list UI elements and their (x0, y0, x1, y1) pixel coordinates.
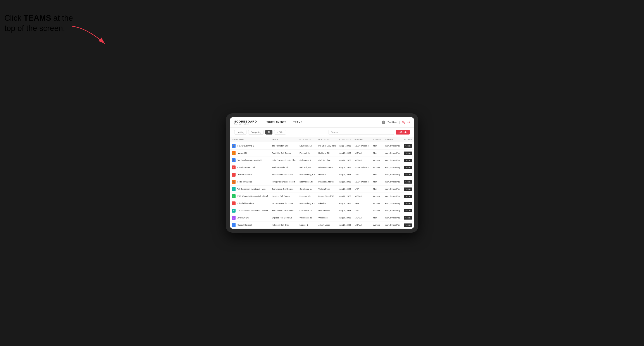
cell-actions-10: ✎ Edit (402, 214, 414, 221)
edit-button-4[interactable]: ✎ Edit (404, 173, 412, 176)
col-venue: VENUE (270, 137, 298, 142)
cell-scoring-3: team, Stroke Play (383, 164, 402, 171)
cell-city-11: Marion, IL (298, 221, 317, 229)
edit-button-3[interactable]: ✎ Edit (404, 166, 412, 169)
cell-division-0: NCAA Division III (353, 142, 371, 150)
cell-venue-8: StoneCrest Golf Course (270, 200, 298, 207)
cell-gender-5: Men (371, 178, 383, 185)
table-row: U upike fall invitational StoneCrest Gol… (230, 200, 414, 207)
event-name-text-3: Maverick Invitational (237, 166, 255, 169)
team-icon-1: ⛳ (232, 151, 236, 155)
all-tab[interactable]: All (265, 130, 272, 135)
cell-actions-7: ✎ Edit (402, 193, 414, 200)
cell-city-5: Deerwood, MN (298, 178, 317, 185)
cell-event-name-2: 🏌 Carl Sandburg Women FA23 (230, 157, 270, 164)
nav-teams[interactable]: TEAMS (290, 120, 306, 125)
signout-link[interactable]: Sign out (402, 121, 410, 124)
cell-city-9: Oskaloosa, IA (298, 207, 317, 214)
cell-venue-0: The Powelton Club (270, 142, 298, 150)
cell-division-9: NAIA (353, 207, 371, 214)
edit-button-11[interactable]: ✎ Edit (404, 223, 412, 227)
event-name-text-8: upike fall invitational (237, 202, 254, 204)
cell-gender-4: Men (371, 171, 383, 178)
cell-date-9: Aug 28, 2023 (338, 207, 353, 214)
cell-scoring-11: team, Stroke Play (383, 221, 402, 229)
cell-hosted-9: William Penn (317, 207, 338, 214)
event-name-text-9: Fall Statesmen Invitational - Women (237, 209, 268, 212)
cell-scoring-8: team, Stroke Play (383, 200, 402, 207)
edit-button-1[interactable]: ✎ Edit (404, 152, 412, 155)
filter-button[interactable]: ≡ Filter (274, 130, 286, 135)
team-icon-3: M (232, 166, 236, 170)
instruction-arrow (70, 24, 114, 50)
cell-date-10: Aug 28, 2023 (338, 214, 353, 221)
hosting-tab[interactable]: Hosting (234, 130, 246, 135)
cell-gender-9: Women (371, 207, 383, 214)
table-row: M Maverick Invitational Faribault Golf C… (230, 164, 414, 171)
cell-scoring-5: team, Stroke Play (383, 178, 402, 185)
cell-venue-4: StoneCrest Golf Course (270, 171, 298, 178)
cell-actions-5: ✎ Edit (402, 178, 414, 185)
edit-button-10[interactable]: ✎ Edit (404, 216, 412, 219)
cell-division-5: NCAA Division III (353, 178, 371, 185)
edit-button-0[interactable]: ✎ Edit (404, 144, 412, 148)
edit-button-8[interactable]: ✎ Edit (404, 202, 412, 205)
cell-city-10: Vincennes, IN (298, 214, 317, 221)
create-button[interactable]: + Create (396, 130, 410, 135)
cell-date-6: Aug 28, 2023 (338, 185, 353, 193)
cell-hosted-2: Carl Sandburg (317, 157, 338, 164)
cell-actions-9: ✎ Edit (402, 207, 414, 214)
cell-scoring-6: team, Stroke Play (383, 185, 402, 193)
cell-venue-3: Faribault Golf Club (270, 164, 298, 171)
cell-event-name-5: 🐾 Morris Invitational (230, 178, 270, 185)
cell-date-1: Aug 25, 2023 (338, 150, 353, 157)
cell-venue-7: Hesston Golf Course (270, 193, 298, 200)
cell-actions-1: ✎ Edit (402, 150, 414, 157)
table-header-row: EVENT NAME VENUE CITY, STATE HOSTED BY S… (230, 137, 414, 142)
team-icon-9: W (232, 209, 236, 213)
cell-event-name-7: H 2023 Women's Hesston Fall Kickoff (230, 193, 270, 200)
cell-venue-10: Cypress Hills Golf Club (270, 214, 298, 221)
cell-division-4: NAIA (353, 171, 371, 178)
cell-hosted-6: William Penn (317, 185, 338, 193)
header-user-area: ⚙ Test User | Sign out (382, 121, 410, 124)
search-input[interactable] (328, 130, 394, 135)
settings-icon[interactable]: ⚙ (382, 121, 385, 124)
edit-button-2[interactable]: ✎ Edit (404, 159, 412, 162)
cell-hosted-4: Pikeville (317, 171, 338, 178)
cell-event-name-9: W Fall Statesmen Invitational - Women (230, 207, 270, 214)
separator: | (399, 121, 400, 124)
edit-button-7[interactable]: ✎ Edit (404, 195, 412, 198)
competing-tab[interactable]: Competing (248, 130, 264, 135)
nav-tournaments[interactable]: TOURNAMENTS (264, 120, 290, 125)
cell-division-3: NCAA Division II (353, 164, 371, 171)
cell-actions-6: ✎ Edit (402, 185, 414, 193)
edit-button-9[interactable]: ✎ Edit (404, 209, 412, 212)
cell-venue-9: Edmundson Golf Course (270, 207, 298, 214)
tournaments-table-container: EVENT NAME VENUE CITY, STATE HOSTED BY S… (230, 137, 414, 229)
edit-button-5[interactable]: ✎ Edit (404, 180, 412, 183)
logo-text: SCOREBOARD (234, 120, 257, 123)
team-icon-8: U (232, 201, 236, 205)
cell-actions-4: ✎ Edit (402, 171, 414, 178)
instruction-text: Click TEAMS at thetop of the screen. (4, 13, 73, 33)
cell-division-10: NICAA II (353, 214, 371, 221)
cell-city-8: Prestonsburg, KY (298, 200, 317, 207)
cell-event-name-11: K Klash at Kokopelli (230, 221, 270, 229)
table-row: 🏌 Carl Sandburg Women FA23 Lake Bracken … (230, 157, 414, 164)
edit-button-6[interactable]: ✎ Edit (404, 187, 412, 191)
cell-venue-5: Ruttger's Bay Lake Resort (270, 178, 298, 185)
event-name-text-0: MSMC Qualifying 1 (237, 145, 254, 147)
tournaments-table: EVENT NAME VENUE CITY, STATE HOSTED BY S… (230, 137, 414, 229)
cell-venue-6: Edmundson Golf Course (270, 185, 298, 193)
col-actions: ACTIONS (402, 137, 414, 142)
col-division: DIVISION (353, 137, 371, 142)
cell-hosted-10: Vincennes (317, 214, 338, 221)
cell-event-name-0: 🏌 MSMC Qualifying 1 (230, 142, 270, 150)
col-start-date: START DATE (338, 137, 353, 142)
cell-hosted-3: Minnesota State (317, 164, 338, 171)
cell-city-1: Freeport, IL (298, 150, 317, 157)
cell-city-7: Hesston, KS (298, 193, 317, 200)
cell-actions-3: ✎ Edit (402, 164, 414, 171)
cell-date-0: Aug 24, 2023 (338, 142, 353, 150)
